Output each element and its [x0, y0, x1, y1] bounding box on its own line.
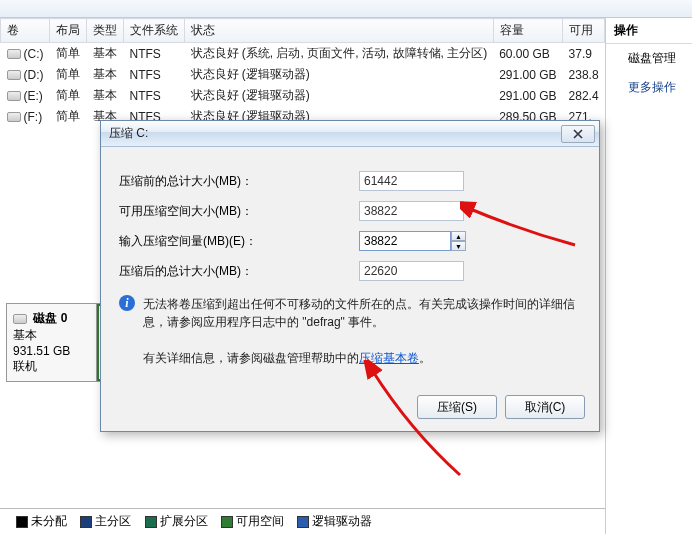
disk-icon: [13, 314, 27, 324]
col-status[interactable]: 状态: [185, 19, 494, 43]
actions-item-diskmgmt[interactable]: 磁盘管理: [606, 44, 692, 73]
close-button[interactable]: [561, 125, 595, 143]
label-available: 可用压缩空间大小(MB)：: [119, 203, 359, 220]
actions-header: 操作: [606, 18, 692, 44]
legend-swatch-primary: [80, 516, 92, 528]
info-text-2: 有关详细信息，请参阅磁盘管理帮助中的压缩基本卷。: [143, 349, 431, 367]
label-total-before: 压缩前的总计大小(MB)：: [119, 173, 359, 190]
col-fs[interactable]: 文件系统: [124, 19, 185, 43]
info-icon: i: [119, 295, 135, 311]
toolbar: [0, 0, 692, 18]
shrink-amount-input[interactable]: [359, 231, 451, 251]
disk-header[interactable]: 磁盘 0 基本 931.51 GB 联机: [7, 304, 97, 381]
spin-down-button[interactable]: ▼: [451, 241, 466, 251]
legend-swatch-unalloc: [16, 516, 28, 528]
value-total-before: 61442: [359, 171, 464, 191]
close-icon: [573, 129, 583, 139]
drive-icon: [7, 112, 21, 122]
col-capacity[interactable]: 容量: [493, 19, 562, 43]
label-total-after: 压缩后的总计大小(MB)：: [119, 263, 359, 280]
table-row[interactable]: (E:)简单基本NTFS状态良好 (逻辑驱动器)291.00 GB282.4: [1, 85, 605, 106]
value-total-after: 22620: [359, 261, 464, 281]
actions-panel: 操作 磁盘管理 更多操作: [606, 18, 692, 534]
legend-swatch-extended: [145, 516, 157, 528]
spin-up-button[interactable]: ▲: [451, 231, 466, 241]
dialog-title: 压缩 C:: [109, 125, 561, 142]
label-input-amount: 输入压缩空间量(MB)(E)：: [119, 233, 359, 250]
table-row[interactable]: (C:)简单基本NTFS状态良好 (系统, 启动, 页面文件, 活动, 故障转储…: [1, 43, 605, 65]
help-link[interactable]: 压缩基本卷: [359, 351, 419, 365]
drive-icon: [7, 49, 21, 59]
table-header-row: 卷 布局 类型 文件系统 状态 容量 可用: [1, 19, 605, 43]
dialog-titlebar[interactable]: 压缩 C:: [101, 121, 599, 147]
shrink-button[interactable]: 压缩(S): [417, 395, 497, 419]
legend-swatch-free: [221, 516, 233, 528]
drive-icon: [7, 70, 21, 80]
col-layout[interactable]: 布局: [50, 19, 87, 43]
disk-type: 基本: [13, 328, 37, 342]
col-free[interactable]: 可用: [563, 19, 605, 43]
disk-size: 931.51 GB: [13, 344, 70, 358]
legend-swatch-logical: [297, 516, 309, 528]
cancel-button[interactable]: 取消(C): [505, 395, 585, 419]
legend: 未分配 主分区 扩展分区 可用空间 逻辑驱动器: [0, 508, 605, 534]
col-volume[interactable]: 卷: [1, 19, 50, 43]
actions-item-more[interactable]: 更多操作: [606, 73, 692, 102]
drive-icon: [7, 91, 21, 101]
col-type[interactable]: 类型: [87, 19, 124, 43]
table-row[interactable]: (D:)简单基本NTFS状态良好 (逻辑驱动器)291.00 GB238.8: [1, 64, 605, 85]
disk-title: 磁盘 0: [33, 311, 67, 325]
shrink-dialog: 压缩 C: 压缩前的总计大小(MB)： 61442 可用压缩空间大小(MB)： …: [100, 120, 600, 432]
shrink-amount-spinner: ▲ ▼: [359, 231, 466, 251]
info-text-1: 无法将卷压缩到超出任何不可移动的文件所在的点。有关完成该操作时间的详细信息，请参…: [143, 295, 581, 331]
volume-table: 卷 布局 类型 文件系统 状态 容量 可用 (C:)简单基本NTFS状态良好 (…: [0, 18, 605, 127]
disk-status: 联机: [13, 359, 37, 373]
value-available: 38822: [359, 201, 464, 221]
